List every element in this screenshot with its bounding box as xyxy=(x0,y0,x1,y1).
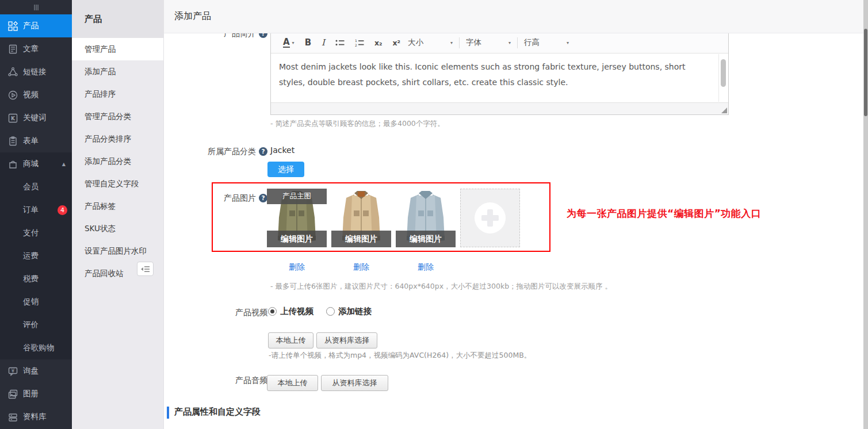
product-image-olive-jacket[interactable]: 产品主图编辑图片 xyxy=(267,189,327,247)
sidebar-item-inquiry[interactable]: ¥询盘 xyxy=(0,359,72,382)
sidebar-item-article[interactable]: 文章 xyxy=(0,37,72,60)
font-color-icon[interactable]: A▾ xyxy=(278,32,300,53)
primary-sidebar: 产品文章短链接视频K关键词表单商城▲会员订单4支付运费税费促销评价谷歌购物¥询盘… xyxy=(0,0,72,429)
numbered-list-icon[interactable]: 12 xyxy=(350,32,369,53)
editor-toolbar: A▾BI12x₂x²大小▾字体▾行高▾ xyxy=(271,32,728,53)
sidebar-item-sub-7[interactable]: 会员 xyxy=(0,175,72,198)
sidebar-item-label: 订单 xyxy=(23,205,39,215)
sidebar-item-label: 评价 xyxy=(23,320,39,330)
help-icon[interactable]: ? xyxy=(259,194,267,202)
add-link-radio[interactable] xyxy=(326,307,335,316)
audio-local-upload-button[interactable]: 本地上传 xyxy=(267,375,318,391)
bullet-list-icon[interactable] xyxy=(330,32,350,53)
sidebar-item-library[interactable]: 资料库 xyxy=(0,405,72,428)
sidebar-item-sub-11[interactable]: 税费 xyxy=(0,267,72,290)
annotation-text: 为每一张产品图片提供“编辑图片”功能入口 xyxy=(567,207,761,220)
sidebar-item-shortlink[interactable]: 短链接 xyxy=(0,60,72,83)
sidebar-item-label: 短链接 xyxy=(23,67,47,77)
collapse-submenu-button[interactable] xyxy=(137,262,154,276)
mall-icon xyxy=(8,159,18,169)
submenu-item-7[interactable]: 产品标签 xyxy=(72,195,163,217)
collapse-caret-icon[interactable]: ▲ xyxy=(62,162,66,167)
product-submenu: 管理产品添加产品产品排序管理产品分类产品分类排序添加产品分类管理自定义字段产品标… xyxy=(72,38,163,285)
sidebar-item-label: 谷歌购物 xyxy=(23,343,54,353)
svg-text:K: K xyxy=(11,116,16,121)
submenu-item-2[interactable]: 产品排序 xyxy=(72,83,163,105)
edit-image-button[interactable]: 编辑图片 xyxy=(267,231,327,247)
sidebar-item-form[interactable]: 表单 xyxy=(0,129,72,152)
sidebar-item-keyword[interactable]: K关键词 xyxy=(0,106,72,129)
font-size-dropdown[interactable]: 大小▾ xyxy=(406,32,455,53)
shortlink-icon xyxy=(8,67,18,77)
sidebar-item-sub-8[interactable]: 订单4 xyxy=(0,198,72,221)
scrollbar-thumb[interactable] xyxy=(864,29,867,116)
product-image-tan-jacket[interactable]: 编辑图片 xyxy=(331,189,391,247)
submenu-item-6[interactable]: 管理自定义字段 xyxy=(72,173,163,195)
add-image-tile[interactable] xyxy=(460,189,520,247)
submenu-item-4[interactable]: 产品分类排序 xyxy=(72,128,163,150)
submenu-item-3[interactable]: 管理产品分类 xyxy=(72,105,163,128)
sidebar-item-label: 图册 xyxy=(23,389,39,399)
sidebar-item-sub-12[interactable]: 促销 xyxy=(0,290,72,313)
main-image-tag: 产品主图 xyxy=(267,189,327,204)
submenu-item-0[interactable]: 管理产品 xyxy=(72,38,163,60)
audio-from-library-button[interactable]: 从资料库选择 xyxy=(321,375,388,391)
sidebar-item-label: 运费 xyxy=(23,251,39,261)
video-local-upload-button[interactable]: 本地上传 xyxy=(268,332,313,348)
video-icon xyxy=(8,90,18,100)
video-label-row: 产品视频 xyxy=(164,307,267,318)
submenu-item-8[interactable]: SKU状态 xyxy=(72,217,163,240)
sidebar-item-mall[interactable]: 商城▲ xyxy=(0,152,72,175)
intro-hint: - 简述产品卖点等吸引顾客的信息；最多4000个字符。 xyxy=(270,119,445,129)
add-link-radio-label: 添加链接 xyxy=(338,306,372,317)
submenu-item-5[interactable]: 添加产品分类 xyxy=(72,150,163,173)
plus-icon xyxy=(475,202,506,233)
chevron-down-icon: ▾ xyxy=(450,40,453,45)
edit-image-button[interactable]: 编辑图片 xyxy=(331,231,391,247)
editor-scrollbar[interactable] xyxy=(718,54,728,102)
sidebar-item-sub-10[interactable]: 运费 xyxy=(0,244,72,267)
sidebar-item-products-grid[interactable]: 产品 xyxy=(0,14,72,37)
delete-image-link[interactable]: 删除 xyxy=(396,262,456,273)
video-from-library-button[interactable]: 从资料库选择 xyxy=(316,332,377,348)
images-hint: - 最多可上传6张图片，建议图片尺寸：640px*640px，大小不超过300k… xyxy=(270,282,612,292)
intro-editor: A▾BI12x₂x²大小▾字体▾行高▾ Most denim jackets l… xyxy=(270,32,729,115)
superscript-icon[interactable]: x² xyxy=(388,32,406,53)
sidebar-item-video[interactable]: 视频 xyxy=(0,83,72,106)
app-root: 产品文章短链接视频K关键词表单商城▲会员订单4支付运费税费促销评价谷歌购物¥询盘… xyxy=(0,0,868,429)
sidebar-item-sub-9[interactable]: 支付 xyxy=(0,221,72,244)
font-family-dropdown[interactable]: 字体▾ xyxy=(464,32,513,53)
submenu-item-1[interactable]: 添加产品 xyxy=(72,60,163,83)
line-height-dropdown[interactable]: 行高▾ xyxy=(522,32,571,53)
sidebar-item-album[interactable]: 图册 xyxy=(0,382,72,405)
help-icon[interactable]: ? xyxy=(259,147,267,156)
sidebar-item-label: 视频 xyxy=(23,90,39,100)
subscript-icon[interactable]: x₂ xyxy=(369,32,388,53)
chevron-down-icon: ▾ xyxy=(567,40,569,45)
edit-image-button[interactable]: 编辑图片 xyxy=(396,231,456,247)
delete-image-link[interactable]: 删除 xyxy=(267,262,327,273)
product-image-denim-jacket[interactable]: 编辑图片 xyxy=(396,189,456,247)
editor-resize-handle[interactable] xyxy=(721,108,727,113)
svg-text:1: 1 xyxy=(355,39,357,43)
sidebar-item-label: 关键词 xyxy=(23,113,47,123)
sidebar-drag-handle-icon[interactable] xyxy=(0,0,72,14)
delete-image-link[interactable]: 删除 xyxy=(331,262,391,273)
sidebar-item-sub-13[interactable]: 评价 xyxy=(0,313,72,336)
submenu-item-9[interactable]: 设置产品图片水印 xyxy=(72,240,163,262)
sidebar-item-label: 产品 xyxy=(23,21,39,31)
sidebar-item-label: 会员 xyxy=(23,182,39,192)
sidebar-item-label: 询盘 xyxy=(23,366,39,376)
sidebar-item-label: 资料库 xyxy=(23,412,47,422)
svg-text:¥: ¥ xyxy=(12,367,15,373)
upload-video-radio[interactable] xyxy=(268,307,277,316)
images-label-row: 产品图片 ? xyxy=(164,192,267,204)
italic-icon[interactable]: I xyxy=(316,32,330,53)
sidebar-item-sub-14[interactable]: 谷歌购物 xyxy=(0,336,72,359)
vertical-scrollbar[interactable] xyxy=(863,0,868,429)
form-content: 产品简介 ? A▾BI12x₂x²大小▾字体▾行高▾ Most denim ja… xyxy=(164,0,868,429)
sidebar-item-label: 表单 xyxy=(23,136,39,146)
editor-content[interactable]: Most denim jackets look like this. Iconi… xyxy=(271,54,718,102)
bold-icon[interactable]: B xyxy=(300,32,316,53)
choose-category-button[interactable]: 选择 xyxy=(267,162,304,177)
